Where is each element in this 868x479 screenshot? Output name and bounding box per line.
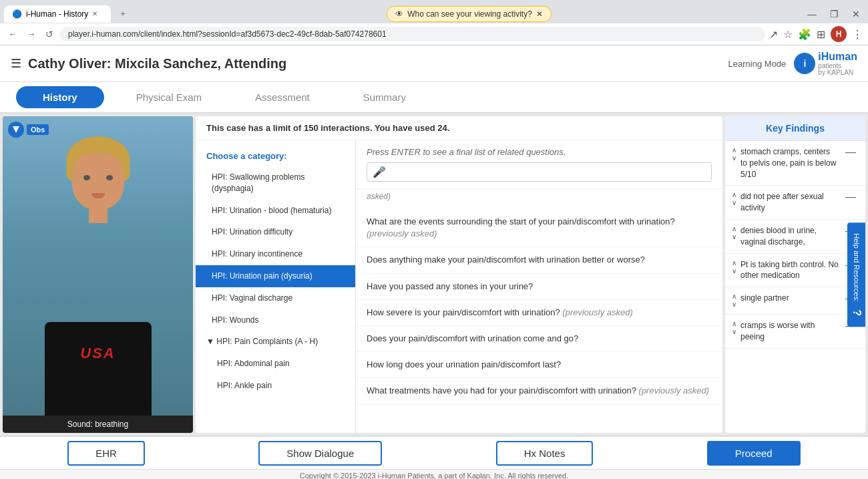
middle-panel: This case has a limit of 150 interaction… <box>196 116 722 433</box>
obs-icon <box>8 122 24 138</box>
logo-icon: i <box>794 53 815 74</box>
list-item[interactable]: HPI: Wounds <box>196 309 355 331</box>
tab-close-button[interactable]: ✕ <box>92 10 97 17</box>
share-button[interactable]: ↗ <box>769 28 778 41</box>
proceed-button[interactable]: Proceed <box>707 441 801 466</box>
finding-text: single partner <box>740 293 839 304</box>
learning-mode-label[interactable]: Learning Mode <box>728 59 787 69</box>
finding-item: ∧ ∨ did not pee after sexual activity — <box>725 186 865 220</box>
finding-expand-arrows[interactable]: ∧ ∨ <box>732 146 736 162</box>
url-input[interactable] <box>60 27 765 41</box>
questions-hint: Press ENTER to see a final list of relat… <box>367 147 712 157</box>
active-tab[interactable]: 🔵 i-Human - History ✕ <box>4 5 111 23</box>
category-section: Choose a category: HPI: Swallowing probl… <box>196 140 722 433</box>
questions-header: Press ENTER to see a final list of relat… <box>356 140 722 189</box>
question-item[interactable]: What are the events surrounding the star… <box>356 209 722 247</box>
ehr-button[interactable]: EHR <box>67 441 145 466</box>
plus-icon: ＋ <box>119 9 127 18</box>
obs-label: Obs <box>27 124 49 135</box>
interaction-notice: This case has a limit of 150 interaction… <box>196 116 722 140</box>
finding-item: ∧ ∨ stomach cramps, centers to pelvis on… <box>725 141 865 186</box>
list-item[interactable]: HPI: Urination difficulty <box>196 221 355 243</box>
questions-panel: Press ENTER to see a final list of relat… <box>356 140 722 433</box>
nav-tabs: History Physical Exam Assessment Summary <box>0 82 868 114</box>
hamburger-menu[interactable]: ☰ <box>11 56 21 71</box>
finding-item: ∧ ∨ denies blood in urine, vaginal disch… <box>725 220 865 254</box>
finding-expand-arrows[interactable]: ∧ ∨ <box>732 191 736 207</box>
reload-button[interactable]: ↺ <box>43 29 56 39</box>
tab-physical-exam[interactable]: Physical Exam <box>110 82 228 112</box>
forward-button[interactable]: → <box>24 29 39 39</box>
privacy-close[interactable]: ✕ <box>536 9 543 19</box>
avatar-panel: Obs USA Sound: breathing <box>3 116 193 433</box>
privacy-text: Who can see your viewing activity? <box>407 9 532 19</box>
maximize-button[interactable]: ❐ <box>826 9 843 19</box>
question-item[interactable]: Does anything make your pain/discomfort … <box>356 247 722 273</box>
list-item[interactable]: HPI: Swallowing problems (dysphagia) <box>196 166 355 200</box>
category-group-pain[interactable]: ▼ HPI: Pain Complaints (A - H) <box>196 331 355 353</box>
search-input[interactable] <box>391 167 706 177</box>
list-item[interactable]: HPI: Vaginal discharge <box>196 287 355 309</box>
microphone-icon[interactable]: 🎤 <box>373 166 386 178</box>
findings-list: ∧ ∨ stomach cramps, centers to pelvis on… <box>725 141 865 433</box>
finding-expand-arrows[interactable]: ∧ ∨ <box>732 225 736 241</box>
privacy-icon: 👁 <box>395 9 403 19</box>
finding-item: ∧ ∨ single partner — <box>725 287 865 315</box>
finding-item: ∧ ∨ Pt is taking birth control. No other… <box>725 254 865 288</box>
app-title: Cathy Oliver: Mixcila Sanchez, Attending <box>28 56 286 71</box>
finding-text: stomach cramps, centers to pelvis one, p… <box>740 146 839 180</box>
list-item[interactable]: HPI: Urination - blood (hematuria) <box>196 200 355 222</box>
menu-button[interactable]: ⋮ <box>852 28 863 41</box>
search-bar: 🎤 <box>367 162 712 182</box>
tab-summary[interactable]: Summary <box>337 82 433 112</box>
key-findings-panel: Key Findings ∧ ∨ stomach cramps, centers… <box>725 116 865 433</box>
finding-expand-arrows[interactable]: ∧ ∨ <box>732 259 736 275</box>
finding-text: cramps is worse with peeing <box>740 320 839 343</box>
tab-history[interactable]: History <box>16 86 104 108</box>
category-list: Choose a category: HPI: Swallowing probl… <box>196 140 356 433</box>
tab-assessment[interactable]: Assessment <box>228 82 337 112</box>
privacy-notice[interactable]: 👁 Who can see your viewing activity? ✕ <box>387 6 552 22</box>
question-item[interactable]: How long does your urination pain/discom… <box>356 352 722 378</box>
finding-collapse-button[interactable]: — <box>843 191 859 203</box>
sound-label: Sound: breathing <box>3 416 193 433</box>
tab-favicon: 🔵 <box>12 9 22 19</box>
finding-collapse-button[interactable]: — <box>843 146 859 158</box>
back-button[interactable]: ← <box>5 29 20 39</box>
star-button[interactable]: ☆ <box>783 28 793 41</box>
hx-notes-button[interactable]: Hx Notes <box>496 441 594 466</box>
asked-label: asked) <box>356 189 722 204</box>
finding-text: Pt is taking birth control. No other med… <box>740 259 839 282</box>
copyright: Copyright © 2015-2023 i-Human Patients, … <box>0 469 868 479</box>
finding-text: denies blood in urine, vaginal discharge… <box>740 225 839 248</box>
help-resources-tab[interactable]: Help and Resources: ? <box>847 222 865 327</box>
key-findings-header: Key Findings <box>725 116 865 141</box>
list-item[interactable]: HPI: Urinary incontinence <box>196 243 355 265</box>
show-dialogue-button[interactable]: Show Dialogue <box>258 441 382 466</box>
question-mark-icon: ? <box>851 309 863 316</box>
footer-bar: EHR Show Dialogue Hx Notes Proceed <box>0 436 868 469</box>
finding-expand-arrows[interactable]: ∧ ∨ <box>732 320 736 336</box>
tab-title: i-Human - History <box>26 9 88 19</box>
questions-list: What are the events surrounding the star… <box>356 204 722 433</box>
question-item[interactable]: Have you passed any stones in your urine… <box>356 274 722 300</box>
user-avatar[interactable]: H <box>831 26 847 42</box>
question-item[interactable]: How severe is your pain/discomfort with … <box>356 300 722 326</box>
extension-button[interactable]: 🧩 <box>798 28 811 41</box>
list-item[interactable]: HPI: Abdominal pain <box>196 353 355 375</box>
avatar-image: USA <box>3 116 193 416</box>
profile-button[interactable]: ⊞ <box>817 28 825 41</box>
new-tab-button[interactable]: ＋ <box>111 4 135 23</box>
close-window-button[interactable]: ✕ <box>848 9 864 19</box>
obs-badge: Obs <box>8 122 49 138</box>
question-item[interactable]: What treatments have you had for your pa… <box>356 378 722 404</box>
finding-item: ∧ ∨ cramps is worse with peeing — <box>725 315 865 349</box>
app-header: ☰ Cathy Oliver: Mixcila Sanchez, Attendi… <box>0 45 868 82</box>
address-bar: ← → ↺ ↗ ☆ 🧩 ⊞ H ⋮ <box>0 23 868 45</box>
finding-expand-arrows[interactable]: ∧ ∨ <box>732 293 736 309</box>
question-item[interactable]: Does your pain/discomfort with urination… <box>356 326 722 352</box>
main-content: Obs USA Sound: breathing This case has a… <box>0 114 868 436</box>
list-item[interactable]: HPI: Ankle pain <box>196 375 355 397</box>
minimize-button[interactable]: — <box>803 9 821 19</box>
category-item-dysuria[interactable]: HPI: Urination pain (dysuria) <box>196 265 355 287</box>
